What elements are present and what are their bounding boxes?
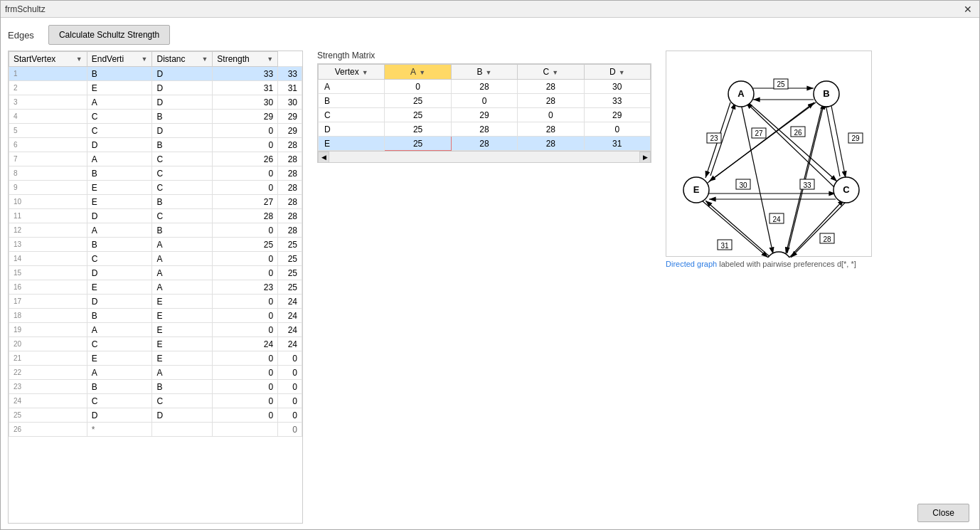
matrix-cell: 28 (451, 80, 517, 94)
edge-cell: D (152, 81, 213, 95)
edge-cell: E (152, 323, 213, 337)
edge-cell: 29 (278, 124, 302, 138)
col-header-endvertex[interactable]: EndVerti▼ (87, 52, 152, 67)
edge-label-ea: 23 (710, 134, 718, 142)
svg-line-15 (786, 103, 823, 254)
svg-line-19 (708, 102, 814, 183)
scroll-right-arrow[interactable]: ▶ (639, 152, 651, 163)
edges-label: Edges (8, 30, 34, 41)
matrix-col-vertex[interactable]: Vertex▼ (319, 65, 385, 80)
edge-cell: 24 (213, 337, 278, 351)
edge-cell: 0 (213, 394, 278, 408)
matrix-row: C2529029 (319, 108, 651, 122)
calculate-button[interactable]: Calculate Schultz Strength (48, 25, 170, 45)
edge-cell: B (152, 138, 213, 152)
edge-cell: 0 (213, 295, 278, 309)
svg-line-16 (787, 102, 824, 253)
matrix-cell: 0 (451, 94, 517, 108)
content-area: Edges Calculate Schultz Strength StartVe… (1, 18, 979, 530)
edge-cell: A (87, 95, 152, 110)
edge-cell: 30 (213, 95, 278, 110)
edge-cell: A (152, 238, 213, 252)
edge-cell: A (152, 266, 213, 280)
edge-cell: C (87, 252, 152, 266)
edge-cell: 0 (213, 380, 278, 394)
edge-cell: 0 (213, 166, 278, 181)
edge-cell: 30 (278, 95, 302, 110)
close-button[interactable]: Close (917, 504, 969, 522)
matrix-row: E25282831 (319, 137, 651, 151)
directed-graph-link[interactable]: Directed graph (666, 260, 717, 268)
edge-cell: D (87, 408, 152, 423)
svg-line-6 (746, 102, 835, 188)
col-header-strength[interactable]: Strength▼ (213, 52, 278, 67)
svg-line-17 (705, 201, 772, 258)
matrix-cell: 25 (385, 94, 451, 108)
matrix-col-d[interactable]: D▼ (584, 65, 650, 80)
edge-cell: B (152, 380, 213, 394)
scroll-track[interactable] (329, 152, 639, 162)
edge-cell: D (87, 138, 152, 152)
top-bar: Edges Calculate Schultz Strength (8, 25, 972, 45)
svg-line-11 (702, 201, 768, 258)
matrix-cell: 30 (584, 80, 650, 94)
edge-cell: 24 (278, 295, 302, 309)
edge-cell: 0 (278, 366, 302, 380)
edge-cell: C (152, 394, 213, 408)
edge-cell: 27 (213, 195, 278, 209)
edge-cell: E (87, 195, 152, 209)
edge-cell (152, 423, 213, 437)
matrix-cell: 28 (518, 122, 584, 137)
sort-arrow-dist: ▼ (201, 55, 208, 63)
edge-cell: E (87, 280, 152, 295)
edge-cell: C (87, 124, 152, 138)
edge-cell: 0 (213, 124, 278, 138)
matrix-col-c[interactable]: C▼ (518, 65, 584, 80)
edge-cell: D (152, 124, 213, 138)
edge-cell: A (87, 152, 152, 166)
edge-cell: 28 (278, 166, 302, 181)
matrix-cell: 0 (385, 80, 451, 94)
matrix-col-b[interactable]: B▼ (451, 65, 517, 80)
edge-cell: C (152, 152, 213, 166)
edge-cell: B (87, 166, 152, 181)
edge-label-ac: 27 (755, 129, 763, 137)
edge-cell: C (87, 110, 152, 124)
edge-cell: 31 (213, 81, 278, 95)
matrix-scrollbar[interactable]: ◀ ▶ (318, 151, 651, 162)
edge-cell: 24 (278, 309, 302, 323)
node-b: B (823, 88, 829, 99)
node-c: C (843, 184, 850, 195)
edge-cell (213, 423, 278, 437)
edge-cell: B (152, 110, 213, 124)
edge-cell: D (87, 209, 152, 223)
edge-cell: C (152, 166, 213, 181)
edge-cell: 0 (278, 394, 302, 408)
matrix-cell: 25 (385, 137, 451, 151)
edges-table-container: StartVertex▼ EndVerti▼ Distanc▼ Strength… (8, 51, 303, 524)
matrix-row: A0282830 (319, 80, 651, 94)
col-header-startvertex[interactable]: StartVertex▼ (9, 52, 87, 67)
window-title: frmSchultz (5, 4, 46, 14)
edge-cell: 0 (213, 408, 278, 423)
edge-cell: A (152, 280, 213, 295)
edge-cell: 25 (213, 238, 278, 252)
edge-cell: E (152, 295, 213, 309)
window-close-button[interactable]: ✕ (961, 4, 975, 15)
matrix-row: D2528280 (319, 122, 651, 137)
matrix-cell: C (319, 108, 385, 122)
edge-cell: 0 (213, 309, 278, 323)
strength-matrix-section: Strength Matrix Vertex▼ A▼ (317, 51, 651, 524)
matrix-col-a[interactable]: A▼ (385, 65, 451, 80)
col-header-distance[interactable]: Distanc▼ (152, 52, 213, 67)
edge-cell: 0 (213, 351, 278, 366)
edge-cell: E (87, 181, 152, 195)
scroll-left-arrow[interactable]: ◀ (318, 152, 329, 163)
edge-cell: 33 (278, 67, 302, 81)
edge-cell: E (152, 337, 213, 351)
edges-table: StartVertex▼ EndVerti▼ Distanc▼ Strength… (9, 51, 302, 437)
bottom-bar: Close (917, 504, 969, 522)
edge-cell: 31 (278, 81, 302, 95)
matrix-row: B2502833 (319, 94, 651, 108)
matrix-cell: B (319, 94, 385, 108)
